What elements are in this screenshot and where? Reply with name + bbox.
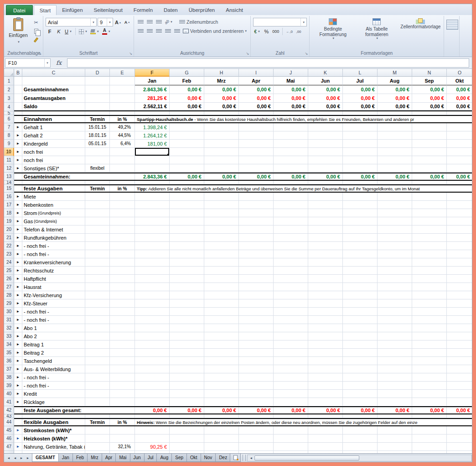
cell-F8[interactable]: 1.264,12 € <box>135 131 170 140</box>
cell-K27[interactable] <box>308 283 343 291</box>
cell-B41[interactable]: ► <box>14 398 22 406</box>
cell-I27[interactable] <box>239 283 274 291</box>
cell-O8[interactable] <box>447 131 472 140</box>
row-header-23[interactable]: 23 <box>4 250 14 258</box>
cell-B44[interactable] <box>14 419 22 425</box>
cell-L26[interactable] <box>343 275 378 283</box>
borders-button[interactable]: ▼ <box>78 27 88 36</box>
cell-N16[interactable] <box>412 193 447 201</box>
cell-K23[interactable] <box>308 250 343 258</box>
cell-C29[interactable]: Kfz-Steuer <box>22 299 85 308</box>
dialog-launcher-icon[interactable]: ↘ <box>129 52 132 56</box>
cell-J26[interactable] <box>274 275 308 283</box>
cell-C1[interactable] <box>22 77 85 85</box>
cell-D1[interactable] <box>85 77 110 85</box>
cell-E20[interactable] <box>110 225 135 234</box>
cell-I46[interactable] <box>239 435 274 443</box>
cell-M4[interactable]: 0,00 € <box>378 103 412 110</box>
cell-E18[interactable] <box>110 209 135 217</box>
cell-E1[interactable] <box>110 77 135 85</box>
cell-I16[interactable] <box>239 193 274 201</box>
cell-B31[interactable]: ► <box>14 316 22 324</box>
cell-C35[interactable]: Beitrag 2 <box>22 349 85 357</box>
cell-N40[interactable] <box>412 390 447 398</box>
cell-D14[interactable] <box>85 181 110 184</box>
cell-F7[interactable]: 1.398,24 € <box>135 123 170 131</box>
cell-J37[interactable] <box>274 365 308 373</box>
cell-G43[interactable] <box>170 414 204 418</box>
cell-C27[interactable]: Hausrat <box>22 283 85 291</box>
cell-H14[interactable] <box>204 181 239 184</box>
cell-J2[interactable]: 0,00 € <box>274 85 308 94</box>
column-header-H[interactable]: H <box>204 69 239 77</box>
cell-I3[interactable]: 0,00 € <box>239 94 274 103</box>
cell-L9[interactable] <box>343 140 378 148</box>
cell-N3[interactable]: 0,00 € <box>412 94 447 103</box>
cell-E47[interactable]: 32,1% <box>110 443 135 451</box>
cell-M30[interactable] <box>378 308 412 316</box>
cut-button[interactable]: ✂ <box>31 19 41 26</box>
cell-D47[interactable] <box>85 443 110 451</box>
cell-F19[interactable] <box>135 217 170 225</box>
cell-M3[interactable]: 0,00 € <box>378 94 412 103</box>
cell-H13[interactable]: 0,00 € <box>204 173 239 180</box>
dialog-launcher-icon[interactable]: ↘ <box>305 52 308 56</box>
row-header-13[interactable]: 13 <box>4 173 14 181</box>
cell-C31[interactable]: - noch frei - <box>22 316 85 324</box>
row-header-37[interactable]: 37 <box>4 365 14 373</box>
cell-M29[interactable] <box>378 299 412 308</box>
row-header-6[interactable]: 6 <box>4 115 14 123</box>
cell-C12[interactable]: Sonstiges (SE)* <box>22 164 85 173</box>
fill-handle[interactable] <box>167 154 169 156</box>
sheet-tab-okt[interactable]: Okt <box>186 454 201 462</box>
cell-D23[interactable] <box>85 250 110 258</box>
cell-J23[interactable] <box>274 250 308 258</box>
sheet-tab-apr[interactable]: Apr <box>102 454 116 462</box>
cell-D34[interactable] <box>85 340 110 349</box>
cell-O18[interactable] <box>447 209 472 217</box>
cell-D39[interactable] <box>85 382 110 390</box>
cell-E41[interactable] <box>110 398 135 406</box>
cell-N43[interactable] <box>412 414 447 418</box>
row-header-31[interactable]: 31 <box>4 316 14 324</box>
cell-O45[interactable] <box>447 426 472 435</box>
cell-I38[interactable] <box>239 373 274 382</box>
cell-D29[interactable] <box>85 299 110 308</box>
cell-I30[interactable] <box>239 308 274 316</box>
cell-G2[interactable]: 0,00 € <box>170 85 204 94</box>
cell-C30[interactable]: - noch frei - <box>22 308 85 316</box>
cell-B12[interactable]: ► <box>14 164 22 173</box>
cell-H33[interactable] <box>204 332 239 340</box>
cell-N28[interactable] <box>412 291 447 299</box>
cell-D28[interactable] <box>85 291 110 299</box>
cell-B39[interactable]: ► <box>14 382 22 390</box>
cell-H26[interactable] <box>204 275 239 283</box>
cell-N21[interactable] <box>412 234 447 242</box>
cell-D6[interactable]: Termin <box>85 116 110 122</box>
cell-J12[interactable] <box>274 164 308 173</box>
cell-C16[interactable]: Miete <box>22 193 85 201</box>
cell-C10[interactable]: noch frei <box>22 148 85 156</box>
cell-E12[interactable] <box>110 164 135 173</box>
cell-M32[interactable] <box>378 324 412 332</box>
scroll-left-button[interactable]: ◄ <box>248 455 254 461</box>
cell-B46[interactable]: ► <box>14 435 22 443</box>
cell-L13[interactable]: 0,00 € <box>343 173 378 180</box>
cell-J25[interactable] <box>274 267 308 275</box>
cell-O35[interactable] <box>447 349 472 357</box>
row-header-7[interactable]: 7 <box>4 123 14 131</box>
cell-I7[interactable] <box>239 123 274 131</box>
cell-J42[interactable]: 0,00 € <box>274 407 308 414</box>
cell-K1[interactable]: Jun <box>308 77 343 85</box>
cell-O16[interactable] <box>447 193 472 201</box>
column-header-B[interactable]: B <box>14 69 22 77</box>
cell-I11[interactable] <box>239 156 274 164</box>
cell-C41[interactable]: Rücklage <box>22 398 85 406</box>
cell-K4[interactable]: 0,00 € <box>308 103 343 110</box>
cell-K9[interactable] <box>308 140 343 148</box>
cell-F17[interactable] <box>135 201 170 209</box>
cell-I4[interactable]: 0,00 € <box>239 103 274 110</box>
cell-O23[interactable] <box>447 250 472 258</box>
row-header-33[interactable]: 33 <box>4 332 14 340</box>
ribbon-tab-seitenlayout[interactable]: Seitenlayout <box>88 5 128 15</box>
